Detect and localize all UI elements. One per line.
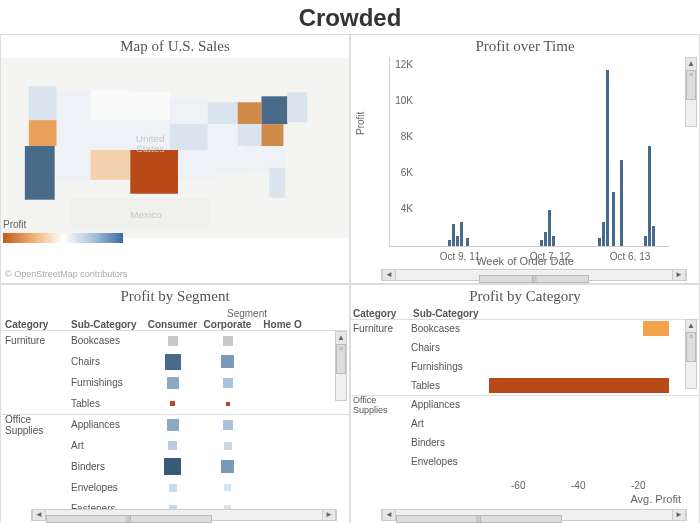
scroll-left-icon[interactable]: ◄ <box>382 270 396 280</box>
sub-label: Bookcases <box>71 335 145 346</box>
map-area[interactable]: United States Mexico <box>1 58 349 238</box>
scroll-left-icon[interactable]: ◄ <box>382 510 396 520</box>
sub-label: Tables <box>71 398 145 409</box>
sub-label: Bookcases <box>411 323 489 334</box>
table-row[interactable]: Furniture Bookcases <box>351 319 699 338</box>
horizontal-scrollbar[interactable]: ◄ ||| ► <box>31 509 337 521</box>
scroll-thumb[interactable]: ≡ <box>686 70 696 100</box>
svg-rect-14 <box>178 150 214 178</box>
svg-rect-23 <box>263 146 285 168</box>
svg-rect-12 <box>170 98 208 124</box>
col-consumer[interactable]: Consumer <box>145 319 200 330</box>
scroll-thumb[interactable]: ||| <box>46 515 212 523</box>
svg-rect-11 <box>130 150 178 194</box>
map-title: Map of U.S. Sales <box>1 35 349 58</box>
table-row[interactable]: Binders <box>1 456 349 477</box>
xtick: -60 <box>511 480 525 491</box>
scroll-thumb[interactable]: ≡ <box>336 344 346 374</box>
cat-label: Furniture <box>351 323 411 334</box>
sub-label: Binders <box>71 461 145 472</box>
table-row[interactable]: Chairs <box>351 338 699 357</box>
svg-rect-22 <box>262 124 284 146</box>
scroll-right-icon[interactable]: ► <box>672 510 686 520</box>
scroll-up-icon[interactable]: ▲ <box>686 58 696 70</box>
svg-rect-6 <box>90 90 130 120</box>
map-attribution: © OpenStreetMap contributors <box>5 269 127 279</box>
sub-label: Binders <box>411 437 489 448</box>
cat-label: Office Supplies <box>1 414 71 436</box>
sub-label: Art <box>71 440 145 451</box>
dashboard-title: Crowded <box>0 0 700 34</box>
col-subcategory[interactable]: Sub-Category <box>413 308 491 319</box>
table-row[interactable]: Tables <box>1 393 349 414</box>
panel-map: Map of U.S. Sales <box>0 34 350 284</box>
svg-rect-1 <box>29 86 57 120</box>
sub-label: Chairs <box>71 356 145 367</box>
table-row[interactable]: Furnishings <box>1 372 349 393</box>
svg-rect-15 <box>208 102 238 124</box>
svg-rect-13 <box>170 124 208 150</box>
map-legend-bar[interactable] <box>3 233 123 243</box>
dashboard-grid: Map of U.S. Sales <box>0 34 700 523</box>
sub-label: Chairs <box>411 342 489 353</box>
vertical-scrollbar[interactable]: ▲ ≡ <box>335 331 347 401</box>
scroll-right-icon[interactable]: ► <box>672 270 686 280</box>
scroll-thumb[interactable]: ||| <box>479 275 589 283</box>
category-header-row: Category Sub-Category <box>351 308 699 319</box>
svg-rect-21 <box>262 96 288 124</box>
cat-label: OfficeSupplies <box>351 395 411 415</box>
sub-label: Appliances <box>411 399 489 410</box>
xtick: -20 <box>631 480 645 491</box>
scroll-left-icon[interactable]: ◄ <box>32 510 46 520</box>
table-row[interactable]: Furnishings <box>351 357 699 376</box>
table-row[interactable]: Chairs <box>1 351 349 372</box>
svg-rect-9 <box>130 92 170 120</box>
profit-category-xlabel: Avg. Profit <box>630 493 681 505</box>
panel-profit-by-category: Profit by Category Category Sub-Category… <box>350 284 700 523</box>
horizontal-scrollbar[interactable]: ◄ ||| ► <box>381 509 687 521</box>
vertical-scrollbar[interactable]: ▲ ≡ <box>685 57 697 127</box>
scroll-thumb[interactable]: ||| <box>396 515 562 523</box>
svg-rect-4 <box>57 90 91 146</box>
map-legend-label: Profit <box>3 219 26 230</box>
table-row[interactable]: Art <box>1 435 349 456</box>
svg-rect-24 <box>269 168 285 198</box>
panel-profit-over-time: Profit over Time Profit 12K 10K 8K 6K 4K <box>350 34 700 284</box>
scroll-up-icon[interactable]: ▲ <box>336 332 346 344</box>
table-row[interactable]: OfficeSupplies Appliances <box>351 395 699 414</box>
col-category[interactable]: Category <box>1 319 71 330</box>
col-subcategory[interactable]: Sub-Category <box>71 319 145 330</box>
scroll-thumb[interactable]: ≡ <box>686 332 696 362</box>
scroll-up-icon[interactable]: ▲ <box>686 320 696 332</box>
table-row[interactable]: Envelopes <box>351 452 699 471</box>
col-category[interactable]: Category <box>353 308 413 319</box>
profit-time-chart[interactable]: Oct 9, 11 Oct 7, 12 Oct 6, 13 <box>389 57 669 247</box>
segment-header-row: Category Sub-Category Consumer Corporate… <box>1 319 349 330</box>
category-body: Furniture Bookcases Chairs Furnishings T… <box>351 319 699 471</box>
vertical-scrollbar[interactable]: ▲ ≡ <box>685 319 697 389</box>
cat-label: Furniture <box>1 335 71 346</box>
profit-category-title: Profit by Category <box>351 285 699 308</box>
table-row[interactable]: Tables <box>351 376 699 395</box>
scroll-right-icon[interactable]: ► <box>322 510 336 520</box>
xtick: -40 <box>571 480 585 491</box>
profit-time-xlabel: Week of Order Date <box>351 255 699 267</box>
svg-rect-8 <box>90 150 130 180</box>
col-corporate[interactable]: Corporate <box>200 319 255 330</box>
svg-rect-16 <box>208 124 238 150</box>
table-row[interactable]: Art <box>351 414 699 433</box>
svg-rect-25 <box>287 92 307 122</box>
table-row[interactable]: Furniture Bookcases <box>1 330 349 351</box>
table-row[interactable]: Binders <box>351 433 699 452</box>
sub-label: Furnishings <box>411 361 489 372</box>
svg-text:States: States <box>136 143 164 154</box>
col-home[interactable]: Home O <box>255 319 310 330</box>
svg-rect-3 <box>25 146 55 200</box>
table-row[interactable]: Office Supplies Appliances <box>1 414 349 435</box>
table-row[interactable]: Envelopes <box>1 477 349 498</box>
panel-profit-by-segment: Profit by Segment Segment Category Sub-C… <box>0 284 350 523</box>
svg-rect-18 <box>238 102 262 124</box>
sub-label: Envelopes <box>71 482 145 493</box>
horizontal-scrollbar[interactable]: ◄ ||| ► <box>381 269 687 281</box>
sub-label: Appliances <box>71 419 145 430</box>
